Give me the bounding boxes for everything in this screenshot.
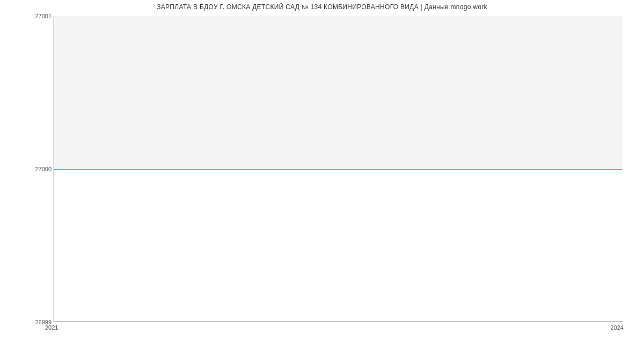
chart-container: ЗАРПЛАТА В БДОУ Г. ОМСКА ДЕТСКИЙ САД № 1… [0,0,644,349]
area-fill [54,16,623,169]
x-tick-left: 2021 [45,324,58,331]
series-line [54,169,623,170]
chart-title: ЗАРПЛАТА В БДОУ Г. ОМСКА ДЕТСКИЙ САД № 1… [0,3,644,11]
y-tick-top: 27001 [19,13,52,19]
x-tick-right: 2024 [611,324,624,331]
y-tick-mid: 27000 [19,166,52,172]
plot-area [54,16,623,322]
